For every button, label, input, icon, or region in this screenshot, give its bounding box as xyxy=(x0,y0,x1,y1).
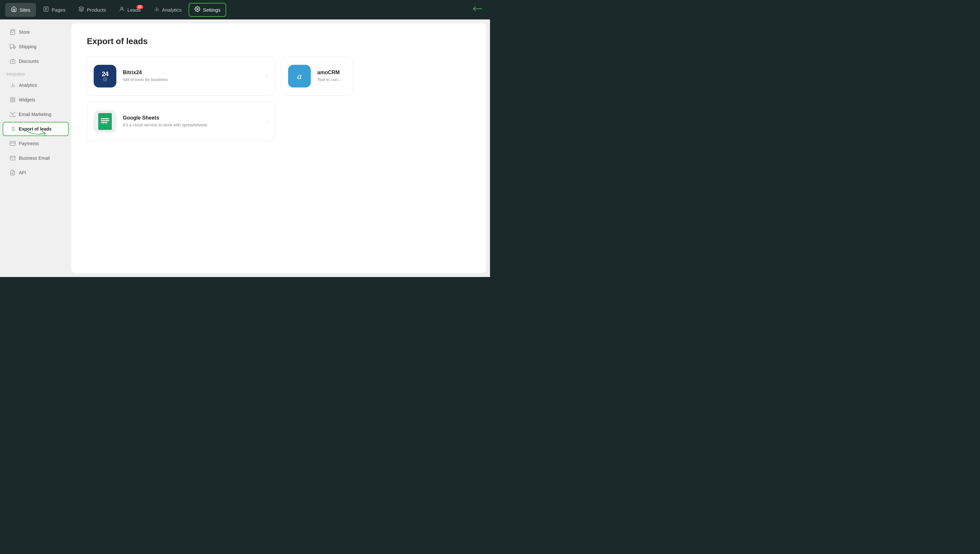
amocrm-info: amoCRM Tool to con... xyxy=(317,70,346,83)
sidebar-analytics-label: Analytics xyxy=(19,83,37,88)
analytics-sidebar-icon xyxy=(10,82,16,88)
sidebar-store-label: Store xyxy=(19,29,29,35)
sidebar-item-api[interactable]: API xyxy=(3,166,69,180)
sidebar-widgets-label: Widgets xyxy=(19,97,35,102)
business-email-icon xyxy=(10,155,16,161)
sidebar-email-marketing-label: Email Marketing xyxy=(19,112,51,117)
home-icon xyxy=(11,6,17,14)
integration-section-label: Integration xyxy=(0,69,71,78)
sidebar-shipping-label: Shipping xyxy=(19,44,37,49)
settings-icon xyxy=(194,6,200,14)
nav-products[interactable]: Products xyxy=(73,3,112,17)
sidebar: Store Shipping Discounts Integration Ana… xyxy=(0,19,71,277)
sidebar-item-widgets[interactable]: Widgets xyxy=(3,93,69,107)
store-icon xyxy=(10,29,16,35)
pages-icon xyxy=(43,6,49,14)
payments-icon xyxy=(10,141,16,146)
products-icon xyxy=(78,6,84,14)
sidebar-item-analytics[interactable]: Analytics xyxy=(3,78,69,92)
gsheets-svg-icon xyxy=(98,113,112,130)
google-sheets-name: Google Sheets xyxy=(123,115,260,121)
nav-analytics-label: Analytics xyxy=(162,7,182,13)
nav-products-label: Products xyxy=(87,7,106,13)
sidebar-item-business-email[interactable]: Business Email xyxy=(3,151,69,165)
google-sheets-desc: It's a cloud service to work with spread… xyxy=(123,122,260,128)
google-sheets-arrow: › xyxy=(266,118,268,125)
analytics-icon xyxy=(154,6,159,14)
amocrm-card[interactable]: a amoCRM Tool to con... xyxy=(281,57,352,96)
widgets-icon xyxy=(10,97,16,103)
google-sheets-logo xyxy=(94,110,116,133)
svg-marker-4 xyxy=(79,6,84,9)
svg-rect-24 xyxy=(13,100,15,102)
leads-badge: 20 xyxy=(136,5,143,9)
amocrm-desc: Tool to con... xyxy=(317,77,346,83)
bitrix24-logo: 24 xyxy=(94,65,116,88)
google-sheets-info: Google Sheets It's a cloud service to wo… xyxy=(123,115,260,128)
svg-rect-32 xyxy=(10,142,16,145)
sidebar-item-store[interactable]: Store xyxy=(3,25,69,39)
nav-leads[interactable]: Leads 20 xyxy=(113,3,147,17)
back-button[interactable] xyxy=(469,2,485,17)
bitrix24-arrow: › xyxy=(266,73,268,80)
sidebar-api-label: API xyxy=(19,170,26,175)
svg-point-5 xyxy=(121,7,123,9)
sidebar-item-email-marketing[interactable]: Email Marketing xyxy=(3,107,69,121)
bitrix-clock-icon xyxy=(102,77,108,82)
nav-analytics[interactable]: Analytics xyxy=(148,3,187,17)
svg-point-14 xyxy=(10,48,12,49)
svg-point-15 xyxy=(14,48,15,49)
nav-sites[interactable]: Sites xyxy=(5,3,36,17)
api-icon xyxy=(10,170,16,175)
sidebar-item-payments[interactable]: Payments xyxy=(3,136,69,151)
sidebar-item-discounts[interactable]: Discounts xyxy=(3,54,69,68)
svg-rect-25 xyxy=(10,100,12,102)
amocrm-name: amoCRM xyxy=(317,70,346,75)
sidebar-discounts-label: Discounts xyxy=(19,59,38,64)
page-title: Export of leads xyxy=(87,36,470,46)
shipping-icon xyxy=(10,44,16,49)
bitrix24-info: Bitrix24 Set of tools for business xyxy=(123,70,260,83)
svg-rect-38 xyxy=(98,113,112,130)
amocrm-logo: a xyxy=(288,65,311,88)
bitrix24-name: Bitrix24 xyxy=(123,70,260,75)
main-layout: Store Shipping Discounts Integration Ana… xyxy=(0,19,490,277)
svg-marker-13 xyxy=(14,46,15,48)
google-sheets-card[interactable]: Google Sheets It's a cloud service to wo… xyxy=(87,102,275,141)
sidebar-export-leads-label: Export of leads xyxy=(19,126,51,132)
sidebar-payments-label: Payments xyxy=(19,141,39,146)
svg-point-9 xyxy=(197,8,198,10)
bitrix24-card[interactable]: 24 Bitrix24 Set of tools for business › xyxy=(87,57,275,96)
svg-rect-39 xyxy=(101,118,109,119)
nav-pages-label: Pages xyxy=(51,7,65,13)
nav-settings[interactable]: Settings xyxy=(189,3,226,17)
export-icon xyxy=(10,126,16,132)
nav-pages[interactable]: Pages xyxy=(37,3,71,17)
nav-sites-label: Sites xyxy=(19,7,30,13)
sidebar-item-shipping[interactable]: Shipping xyxy=(3,40,69,54)
svg-rect-23 xyxy=(13,97,15,99)
bitrix24-desc: Set of tools for business xyxy=(123,77,260,83)
sidebar-item-export-leads[interactable]: Export of leads xyxy=(3,122,69,136)
svg-rect-12 xyxy=(10,45,14,48)
email-marketing-icon xyxy=(10,111,16,117)
top-navigation: Sites Pages Products Leads 20 Analytics … xyxy=(0,0,490,19)
discounts-icon xyxy=(10,58,16,64)
content-area: Export of leads 24 xyxy=(71,23,486,273)
leads-icon xyxy=(119,6,125,14)
nav-settings-label: Settings xyxy=(203,7,220,13)
svg-rect-22 xyxy=(10,97,12,99)
sidebar-business-email-label: Business Email xyxy=(19,156,50,161)
svg-rect-40 xyxy=(101,120,109,121)
